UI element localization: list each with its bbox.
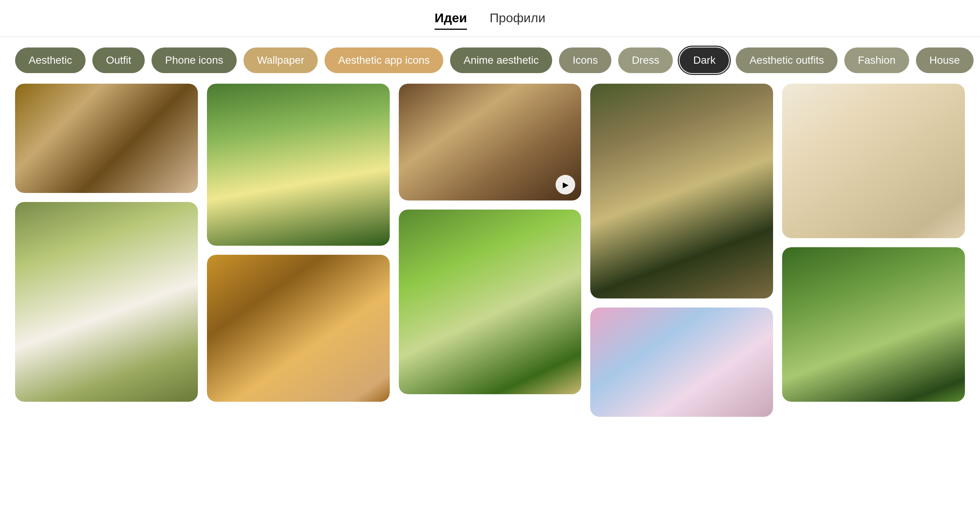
chip-dress[interactable]: Dress bbox=[618, 48, 673, 73]
filter-bar: AestheticOutfitPhone iconsWallpaperAesth… bbox=[0, 37, 980, 84]
pin-item[interactable] bbox=[782, 247, 965, 402]
play-icon[interactable]: ▶ bbox=[555, 175, 575, 194]
chip-phone-icons[interactable]: Phone icons bbox=[151, 48, 237, 73]
pin-item[interactable] bbox=[399, 210, 582, 394]
pin-item[interactable] bbox=[590, 84, 773, 299]
chip-anime-aesthetic[interactable]: Anime aesthetic bbox=[450, 48, 552, 73]
chip-aesthetic-outfits[interactable]: Aesthetic outfits bbox=[736, 48, 837, 73]
masonry-grid: ▶ bbox=[0, 84, 980, 417]
pin-item[interactable]: ▶ bbox=[399, 84, 582, 200]
tab-profiles[interactable]: Профили bbox=[490, 11, 546, 29]
chip-icons[interactable]: Icons bbox=[559, 48, 611, 73]
header-tabs: Идеи Профили bbox=[0, 0, 980, 37]
pin-item[interactable] bbox=[782, 84, 965, 238]
chip-dark[interactable]: Dark bbox=[679, 48, 729, 73]
pin-item[interactable] bbox=[207, 84, 390, 246]
chip-aesthetic-app-icons[interactable]: Aesthetic app icons bbox=[325, 48, 443, 73]
chip-fashion[interactable]: Fashion bbox=[844, 48, 909, 73]
pin-item[interactable] bbox=[590, 308, 773, 417]
pin-item[interactable] bbox=[207, 255, 390, 402]
pin-item[interactable] bbox=[15, 202, 198, 402]
chip-outfit[interactable]: Outfit bbox=[92, 48, 145, 73]
pin-item[interactable] bbox=[15, 84, 198, 193]
tab-ideas[interactable]: Идеи bbox=[434, 11, 467, 29]
chip-aesthetic[interactable]: Aesthetic bbox=[15, 48, 86, 73]
chip-house[interactable]: House bbox=[916, 48, 974, 73]
chip-wallpaper[interactable]: Wallpaper bbox=[243, 48, 318, 73]
